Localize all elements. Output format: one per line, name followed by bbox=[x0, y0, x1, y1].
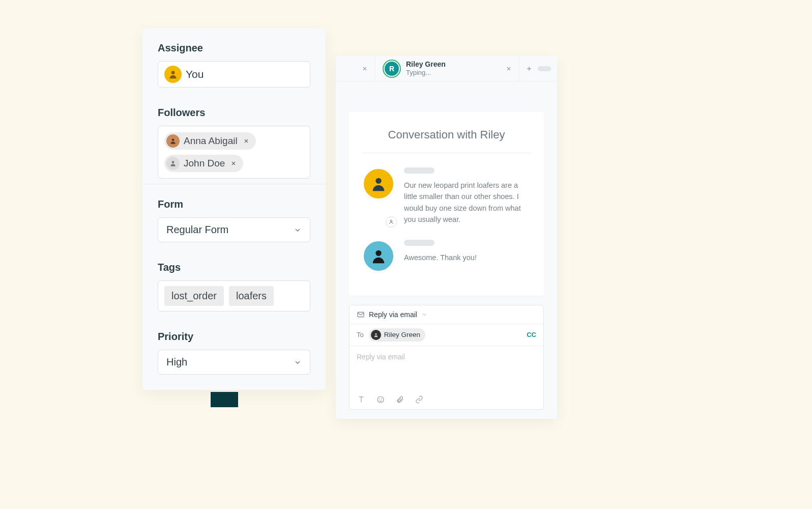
tags-picker[interactable]: lost_order loafers bbox=[158, 280, 310, 312]
svg-point-3 bbox=[375, 178, 381, 184]
followers-label: Followers bbox=[158, 107, 310, 119]
form-select[interactable]: Regular Form bbox=[158, 217, 310, 242]
tab-actions bbox=[519, 65, 557, 72]
recipient-chip[interactable]: Riley Green bbox=[369, 328, 425, 342]
svg-point-9 bbox=[380, 399, 380, 399]
svg-point-5 bbox=[375, 250, 381, 256]
avatar bbox=[362, 240, 395, 272]
avatar bbox=[362, 167, 395, 200]
followers-picker[interactable]: Anna Abigail John Doe bbox=[158, 126, 310, 179]
message-row: Our new leopard print loafers are a litt… bbox=[362, 167, 531, 225]
remove-follower-icon[interactable] bbox=[242, 136, 251, 146]
assignee-section: Assignee You bbox=[142, 28, 326, 93]
background-accent bbox=[211, 392, 238, 407]
cc-button[interactable]: CC bbox=[527, 331, 536, 338]
text-format-icon[interactable] bbox=[357, 395, 366, 404]
tag-item[interactable]: lost_order bbox=[164, 286, 224, 306]
message-meta-placeholder bbox=[404, 240, 434, 246]
followers-section: Followers Anna Abigail John Doe bbox=[142, 93, 326, 184]
follower-name: John Doe bbox=[184, 158, 225, 169]
composer-textarea[interactable]: Reply via email bbox=[350, 346, 543, 390]
message-content: Our new leopard print loafers are a litt… bbox=[404, 167, 531, 225]
svg-point-7 bbox=[375, 333, 376, 335]
svg-point-10 bbox=[382, 399, 382, 399]
conversation-panel: R Riley Green Typing... Conversation wit… bbox=[336, 56, 557, 419]
tab-avatar: R bbox=[385, 62, 399, 76]
composer-mode-label: Reply via email bbox=[369, 310, 417, 319]
composer-placeholder: Reply via email bbox=[357, 353, 405, 361]
follower-avatar bbox=[166, 134, 180, 148]
link-icon[interactable] bbox=[415, 395, 424, 404]
new-tab-button[interactable] bbox=[526, 65, 533, 72]
mail-icon bbox=[357, 310, 365, 319]
tab-bar: R Riley Green Typing... bbox=[336, 56, 557, 81]
conversation-title: Conversation with Riley bbox=[362, 128, 531, 153]
tab-active[interactable]: R Riley Green Typing... bbox=[375, 56, 519, 81]
form-label: Form bbox=[158, 199, 310, 210]
tab-previous[interactable] bbox=[336, 56, 375, 81]
chevron-down-icon bbox=[294, 226, 302, 234]
form-value: Regular Form bbox=[166, 224, 228, 236]
svg-point-8 bbox=[378, 397, 384, 403]
assignee-avatar bbox=[164, 66, 182, 83]
conversation-body: Conversation with Riley Our new leopard … bbox=[336, 81, 557, 419]
details-sidebar: Assignee You Followers Anna Abigail bbox=[142, 28, 326, 390]
message-content: Awesome. Thank you! bbox=[404, 240, 531, 272]
composer-mode-select[interactable]: Reply via email bbox=[350, 305, 543, 324]
svg-point-1 bbox=[172, 138, 175, 141]
message-text: Awesome. Thank you! bbox=[404, 252, 531, 263]
message-avatar-wrap bbox=[362, 167, 395, 225]
recipient-name: Riley Green bbox=[384, 331, 420, 338]
svg-point-4 bbox=[390, 220, 392, 222]
message-row: Awesome. Thank you! bbox=[362, 240, 531, 272]
follower-chip: Anna Abigail bbox=[164, 132, 256, 150]
message-avatar-wrap bbox=[362, 240, 395, 272]
priority-select[interactable]: High bbox=[158, 350, 310, 375]
message-meta-placeholder bbox=[404, 167, 434, 174]
tab-overflow-placeholder bbox=[538, 66, 551, 71]
chevron-down-icon bbox=[421, 312, 427, 318]
reply-composer: Reply via email To Riley Green CC Reply … bbox=[349, 305, 544, 410]
assignee-value: You bbox=[186, 68, 204, 80]
follower-name: Anna Abigail bbox=[184, 135, 238, 147]
emoji-icon[interactable] bbox=[376, 395, 385, 404]
form-section: Form Regular Form bbox=[142, 184, 326, 247]
svg-point-2 bbox=[172, 161, 175, 163]
priority-label: Priority bbox=[158, 331, 310, 343]
chevron-down-icon bbox=[294, 358, 302, 366]
to-label: To bbox=[357, 331, 364, 338]
tab-status: Typing... bbox=[406, 69, 446, 77]
tab-avatar-ring: R bbox=[383, 60, 401, 78]
close-icon[interactable] bbox=[506, 66, 512, 72]
close-icon[interactable] bbox=[362, 66, 368, 72]
tags-label: Tags bbox=[158, 262, 310, 273]
tags-section: Tags lost_order loafers bbox=[142, 247, 326, 317]
priority-section: Priority High bbox=[142, 317, 326, 390]
priority-value: High bbox=[166, 356, 187, 368]
svg-point-0 bbox=[171, 71, 175, 74]
attachment-icon[interactable] bbox=[395, 395, 404, 404]
agent-badge-icon bbox=[386, 216, 397, 228]
assignee-label: Assignee bbox=[158, 42, 310, 54]
composer-toolbar bbox=[350, 390, 543, 409]
assignee-picker[interactable]: You bbox=[158, 61, 310, 88]
follower-chip: John Doe bbox=[164, 155, 243, 172]
recipient-avatar bbox=[371, 330, 381, 340]
tab-meta: Riley Green Typing... bbox=[406, 60, 446, 76]
composer-to-row: To Riley Green CC bbox=[350, 324, 543, 346]
message-text: Our new leopard print loafers are a litt… bbox=[404, 180, 531, 225]
tag-item[interactable]: loafers bbox=[229, 286, 274, 306]
conversation-card: Conversation with Riley Our new leopard … bbox=[349, 112, 544, 296]
remove-follower-icon[interactable] bbox=[229, 159, 238, 168]
tab-name: Riley Green bbox=[406, 60, 446, 69]
follower-avatar bbox=[166, 157, 180, 170]
